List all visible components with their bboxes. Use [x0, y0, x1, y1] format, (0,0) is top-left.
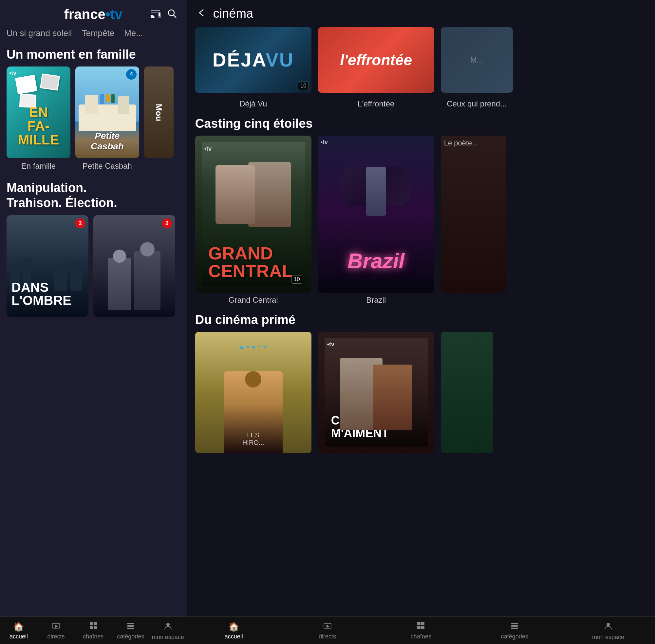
nav-directs-icon-left	[52, 622, 60, 632]
card-ceux-qui-maiment[interactable]: CEUX QUI M'AIMENT •tv	[318, 332, 434, 453]
logo: france•tv	[64, 6, 122, 22]
nav-chaines-right[interactable]: chaînes	[374, 620, 468, 642]
left-panel: france•tv Un si grand soleil Tempête Me.…	[0, 0, 187, 644]
logo-dot: •	[106, 6, 110, 22]
label-ceux-top: Ceux qui prend...	[441, 99, 513, 109]
grand-central-age: 10	[291, 275, 302, 284]
svg-rect-7	[90, 626, 93, 629]
nav-chaines-left[interactable]: chaînes	[75, 620, 112, 642]
svg-rect-15	[417, 622, 421, 625]
svg-rect-8	[94, 626, 97, 629]
svg-rect-11	[127, 628, 134, 629]
nav-mon-espace-icon-right	[604, 622, 612, 632]
card-mou[interactable]: Mou	[144, 67, 173, 158]
ceux-tv-badge: •tv	[327, 341, 334, 348]
logo-france: france	[64, 6, 106, 22]
enfamille-tv-badge: •tv	[9, 69, 16, 77]
card-le-poete[interactable]: Le poète...	[441, 136, 506, 293]
header-icons	[150, 8, 177, 21]
nav-directs-right[interactable]: directs	[281, 620, 374, 642]
svg-rect-20	[511, 625, 518, 627]
casbah-badge: 4	[126, 69, 137, 79]
card-en-famille[interactable]: ENFA-MILLE •tv	[6, 67, 70, 158]
right-panel: cinéma DÉJAVU 10 l'effrontée M...	[187, 0, 655, 644]
scroll-title-1: Un si grand soleil	[6, 28, 72, 38]
nav-directs-label-right: directs	[319, 633, 336, 640]
left-bottom-nav: 🏠 accueil directs chaînes catégories	[0, 617, 187, 644]
svg-rect-17	[417, 626, 421, 629]
cast-labels: Grand Central Brazil	[187, 293, 655, 309]
scroll-title-2: Tempête	[81, 28, 114, 38]
label-effrontee: L'effrontée	[318, 99, 434, 109]
cast-icon[interactable]	[150, 9, 161, 20]
family-cards-row: ENFA-MILLE •tv	[0, 67, 187, 158]
nav-directs-label-left: directs	[47, 633, 65, 640]
svg-rect-19	[511, 623, 518, 624]
manip-title-line1: Manipulation.	[6, 181, 87, 194]
top-movies-row: DÉJAVU 10 l'effrontée M...	[187, 27, 655, 98]
label-en-famille: En famille	[6, 161, 70, 171]
brazil-text: Brazil	[318, 249, 434, 273]
nav-accueil-right[interactable]: 🏠 accueil	[187, 620, 281, 642]
svg-line-2	[173, 15, 176, 18]
family-cards-labels: En famille Petite Casbah	[0, 158, 187, 174]
back-button[interactable]	[197, 7, 207, 21]
svg-rect-18	[421, 626, 424, 629]
nav-accueil-label-left: accueil	[9, 633, 28, 640]
cinema-title: cinéma	[213, 6, 254, 21]
casting-section-title: Casting cinq étoiles	[187, 113, 655, 136]
nav-mon-espace-label-right: mon espace	[592, 634, 624, 641]
nav-categories-left[interactable]: catégories	[112, 620, 149, 642]
svg-point-12	[166, 623, 170, 626]
card-dans-lombre[interactable]: 2 DANS L'OMBRE	[6, 215, 88, 317]
section1-title: Un moment en famille	[0, 41, 187, 67]
nav-mon-espace-icon-left	[164, 622, 172, 632]
card-partial-prime[interactable]	[441, 332, 493, 453]
nav-categories-label-right: catégories	[501, 633, 528, 640]
thumb-dejavu[interactable]: DÉJAVU 10	[195, 27, 311, 93]
manip-title-line2: Trahison. Élection.	[6, 196, 117, 210]
card-les-hirondelles[interactable]: 🐦 🐦 🐦 🐦 🐦 LESHIRO...	[195, 332, 311, 453]
nav-accueil-icon-left: 🏠	[14, 622, 24, 632]
svg-rect-5	[90, 622, 93, 625]
card-brazil[interactable]: •tv Brazil	[318, 136, 434, 293]
nav-categories-icon-left	[126, 622, 135, 632]
manipulation-section: Manipulation. Trahison. Élection.	[0, 174, 187, 215]
brazil-tv-badge: •tv	[321, 138, 431, 146]
grand-central-text: GRANDCENTRAL	[208, 244, 298, 280]
thumb-effrontee[interactable]: l'effrontée	[318, 27, 434, 93]
right-header: cinéma	[187, 0, 655, 27]
grand-central-tv-badge: •tv	[204, 145, 212, 152]
nav-accueil-icon-right: 🏠	[229, 622, 239, 632]
nav-accueil-left[interactable]: 🏠 accueil	[0, 620, 37, 642]
nav-categories-right[interactable]: catégories	[468, 620, 561, 642]
svg-marker-14	[327, 625, 329, 628]
nav-chaines-icon-right	[417, 622, 425, 632]
dejavu-age-badge: 10	[298, 82, 309, 90]
svg-rect-21	[511, 628, 518, 629]
svg-point-22	[607, 623, 610, 626]
card-grand-central[interactable]: •tv GRANDCENTRAL 10	[195, 136, 311, 293]
nav-directs-left[interactable]: directs	[37, 620, 75, 642]
cinema-prime-title: Du cinéma primé	[187, 309, 655, 332]
manip-title: Manipulation. Trahison. Élection.	[6, 181, 180, 210]
search-icon[interactable]	[167, 8, 177, 21]
svg-rect-16	[421, 622, 424, 625]
les-hirondelles-label: LESHIRO...	[242, 431, 264, 453]
dans-badge: 2	[75, 218, 85, 228]
casting-row: •tv GRANDCENTRAL 10 •tv	[187, 136, 655, 293]
nav-mon-espace-left[interactable]: mon espace	[149, 620, 187, 642]
nav-mon-espace-right[interactable]: mon espace	[561, 620, 655, 642]
card-petite-casbah[interactable]: PetiteCasbah 4	[75, 67, 139, 158]
nav-categories-icon-right	[510, 622, 519, 632]
scrolling-titles: Un si grand soleil Tempête Me...	[0, 26, 187, 41]
logo-tv: tv	[110, 6, 122, 22]
label-grand-central: Grand Central	[195, 296, 311, 305]
nav-chaines-icon-left	[89, 622, 97, 632]
scroll-title-3: Me...	[124, 28, 143, 38]
prime-row: 🐦 🐦 🐦 🐦 🐦 LESHIRO...	[187, 332, 655, 453]
card-group-show[interactable]: 2	[93, 215, 175, 317]
thumb-ceux[interactable]: M...	[441, 27, 513, 93]
dans-text: DANS L'OMBRE	[11, 281, 71, 307]
label-brazil: Brazil	[318, 296, 434, 305]
